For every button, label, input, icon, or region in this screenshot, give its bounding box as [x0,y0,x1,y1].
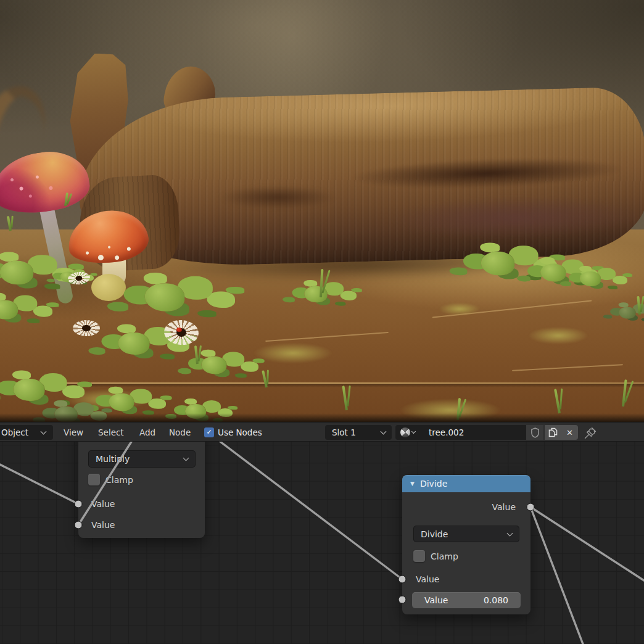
material-browser-button[interactable] [395,425,420,440]
clover-patch [145,283,185,312]
clover-patch [0,261,33,284]
log-crack [210,185,345,210]
daisy-flower [73,320,100,336]
clamp-row: Clamp [413,550,458,562]
shader-type-label: Object [0,427,41,437]
divide-input-socket-1[interactable] [398,576,407,584]
chevron-down-icon [507,530,513,536]
clover-patch [202,357,227,374]
value-number-field[interactable]: Value 0.080 [412,592,521,608]
math-node-multiply[interactable]: Multiply Clamp Value Value [78,442,205,538]
input-value-label: Value [91,519,115,531]
moss-patch [432,300,487,318]
multiply-input-socket-2[interactable] [75,521,83,529]
fake-user-shield-button[interactable] [526,425,543,440]
clover-patch [14,379,45,401]
clover-patch [118,332,150,355]
clamp-checkbox[interactable] [88,474,100,485]
math-node-divide[interactable]: ▼ Divide Value Divide Clamp Value Value … [402,475,530,614]
use-nodes-label: Use Nodes [218,423,262,442]
duplicate-icon [548,427,558,437]
chevron-down-icon [411,429,416,434]
divide-output-socket[interactable] [527,503,535,511]
output-value-label: Value [492,500,516,514]
grass-tuft [7,216,12,231]
node-header[interactable]: ▼ Divide [402,475,530,492]
use-nodes-checkbox[interactable]: ✓ [204,427,214,437]
clover-patch [580,271,601,286]
material-sphere-icon [400,427,410,437]
ground-seam-shadow [0,384,644,387]
input-value-label: Value [91,498,115,510]
clamp-label: Clamp [105,475,133,485]
divide-input-socket-2[interactable] [398,596,407,604]
operation-dropdown[interactable]: Multiply [88,450,196,468]
close-icon: ✕ [566,428,573,437]
value-field-number: 0.080 [484,595,508,605]
node-title: Divide [420,479,447,489]
operation-dropdown[interactable]: Divide [413,526,519,542]
multiply-input-socket-1[interactable] [75,500,83,508]
clover-patch [541,264,566,282]
operation-label: Multiply [88,454,184,464]
mushroom-small-base [91,274,126,301]
shader-type-dropdown[interactable]: Object [0,425,53,440]
checkmark-icon: ✓ [206,428,212,436]
clamp-checkbox[interactable] [413,550,425,562]
clover-patch [109,394,134,411]
menu-select[interactable]: Select [98,423,124,442]
operation-label: Divide [413,529,508,539]
chevron-down-icon [183,455,189,461]
slot-label: Slot 1 [325,427,381,437]
ladybug [176,328,182,332]
log-crack [369,192,644,243]
node-editor-canvas[interactable]: Multiply Clamp Value Value ▼ Divide Valu… [0,442,644,644]
chevron-down-icon [381,429,387,435]
material-selector: tree.002 ✕ [395,425,578,440]
material-name-field[interactable]: tree.002 [420,425,526,440]
menu-add[interactable]: Add [139,423,155,442]
viewport-3d[interactable] [0,0,644,422]
clover-patch [481,252,514,275]
node-editor-header: Object View Select Add Node ✓ Use Nodes … [0,422,644,442]
unlink-material-button[interactable]: ✕ [561,425,578,440]
slot-dropdown[interactable]: Slot 1 [325,425,392,440]
clover-patch [619,307,635,318]
clamp-row: Clamp [88,474,133,485]
pin-icon[interactable] [584,426,597,440]
shield-icon [530,427,540,438]
moss-patch [518,324,598,347]
clamp-label: Clamp [431,551,458,561]
menu-node[interactable]: Node [169,423,191,442]
value-field-label: Value [424,595,448,605]
moss-patch [241,339,345,367]
collapse-triangle-icon[interactable]: ▼ [410,481,415,487]
duplicate-material-button[interactable] [545,425,561,440]
input-value-label: Value [416,573,439,585]
chevron-down-icon [41,429,47,435]
menu-view[interactable]: View [64,423,83,442]
viewport-bottom-shadow [0,413,644,422]
blender-window: Object View Select Add Node ✓ Use Nodes … [0,0,644,644]
